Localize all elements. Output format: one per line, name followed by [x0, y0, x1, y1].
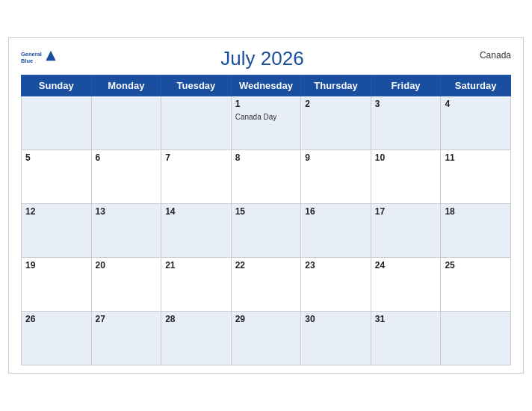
day-cell-0-5: 3: [371, 96, 441, 150]
day-number-7: 7: [165, 152, 227, 163]
day-cell-1-2: 7: [161, 150, 232, 204]
day-number-17: 17: [375, 206, 437, 217]
day-cell-2-6: 18: [441, 204, 511, 258]
day-number-2: 2: [305, 99, 367, 109]
day-cell-2-5: 17: [371, 204, 441, 258]
day-number-27: 27: [96, 314, 158, 324]
week-row-4: 19202122232425: [22, 258, 511, 312]
day-number-13: 13: [96, 206, 158, 217]
day-cell-0-1: [91, 96, 161, 150]
svg-text:Blue: Blue: [21, 58, 33, 64]
day-number-9: 9: [305, 152, 367, 163]
day-number-18: 18: [445, 206, 507, 217]
day-cell-1-0: 5: [22, 150, 92, 204]
day-number-1: 1: [235, 99, 297, 109]
day-number-14: 14: [165, 206, 227, 217]
week-row-3: 12131415161718: [22, 204, 511, 258]
day-cell-4-3: 29: [231, 312, 301, 365]
calendar-title: July 2026: [58, 47, 466, 70]
day-number-4: 4: [445, 99, 507, 109]
day-number-6: 6: [96, 152, 158, 163]
day-cell-1-6: 11: [441, 150, 511, 204]
day-cell-2-4: 16: [301, 204, 371, 258]
country-label: Canada: [466, 47, 511, 61]
day-cell-0-0: [22, 96, 92, 150]
day-cell-1-5: 10: [371, 150, 441, 204]
day-number-11: 11: [445, 152, 507, 163]
header-tuesday: Tuesday: [161, 75, 232, 96]
day-number-24: 24: [375, 260, 437, 271]
day-cell-0-6: 4: [441, 96, 511, 150]
day-number-19: 19: [25, 260, 87, 271]
calendar-grid: Sunday Monday Tuesday Wednesday Thursday…: [21, 75, 511, 365]
day-event-1: Canada Day: [235, 113, 277, 121]
day-cell-4-0: 26: [22, 312, 92, 365]
day-number-22: 22: [235, 260, 297, 271]
calendar-container: General Blue July 2026 Canada Sunday Mon…: [8, 37, 524, 374]
day-cell-2-1: 13: [91, 204, 161, 258]
day-number-30: 30: [305, 314, 367, 324]
day-number-21: 21: [165, 260, 227, 271]
day-cell-0-4: 2: [301, 96, 371, 150]
day-cell-0-3: 1Canada Day: [231, 96, 301, 150]
day-cell-4-6: [441, 312, 511, 365]
day-cell-3-3: 22: [231, 258, 301, 312]
svg-text:General: General: [21, 51, 42, 58]
day-cell-1-3: 8: [231, 150, 301, 204]
calendar-header: General Blue July 2026 Canada: [21, 47, 511, 70]
header-wednesday: Wednesday: [231, 75, 301, 96]
day-number-12: 12: [25, 206, 87, 217]
week-row-2: 567891011: [22, 150, 511, 204]
svg-marker-2: [46, 51, 55, 61]
day-number-3: 3: [375, 99, 437, 109]
header-saturday: Saturday: [441, 75, 511, 96]
weekday-header-row: Sunday Monday Tuesday Wednesday Thursday…: [22, 75, 511, 96]
day-cell-1-4: 9: [301, 150, 371, 204]
day-number-28: 28: [165, 314, 227, 324]
day-cell-2-0: 12: [22, 204, 92, 258]
day-number-20: 20: [96, 260, 158, 271]
day-number-31: 31: [375, 314, 437, 324]
day-number-8: 8: [235, 152, 297, 163]
day-cell-2-3: 15: [231, 204, 301, 258]
month-year-heading: July 2026: [58, 47, 466, 70]
day-cell-0-2: [161, 96, 232, 150]
header-sunday: Sunday: [22, 75, 92, 96]
day-number-10: 10: [375, 152, 437, 163]
day-number-25: 25: [445, 260, 507, 271]
day-cell-3-1: 20: [91, 258, 161, 312]
day-cell-3-5: 24: [371, 258, 441, 312]
day-cell-3-0: 19: [22, 258, 92, 312]
week-row-5: 262728293031: [22, 312, 511, 365]
day-cell-4-2: 28: [161, 312, 232, 365]
header-monday: Monday: [91, 75, 161, 96]
day-cell-1-1: 6: [91, 150, 161, 204]
generalblue-logo-icon: General Blue: [21, 47, 58, 68]
day-cell-3-6: 25: [441, 258, 511, 312]
day-cell-4-5: 31: [371, 312, 441, 365]
day-number-15: 15: [235, 206, 297, 217]
day-number-16: 16: [305, 206, 367, 217]
day-cell-4-4: 30: [301, 312, 371, 365]
day-number-5: 5: [25, 152, 87, 163]
day-cell-2-2: 14: [161, 204, 232, 258]
day-cell-3-2: 21: [161, 258, 232, 312]
week-row-1: 1Canada Day234: [22, 96, 511, 150]
day-cell-4-1: 27: [91, 312, 161, 365]
day-number-23: 23: [305, 260, 367, 271]
day-number-26: 26: [25, 314, 87, 324]
header-friday: Friday: [371, 75, 441, 96]
day-number-29: 29: [235, 314, 297, 324]
header-thursday: Thursday: [301, 75, 371, 96]
day-cell-3-4: 23: [301, 258, 371, 312]
logo-area: General Blue: [21, 47, 58, 68]
